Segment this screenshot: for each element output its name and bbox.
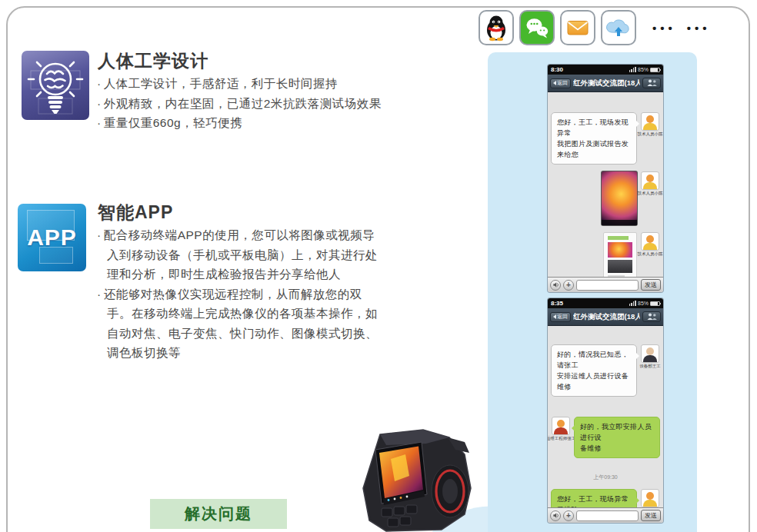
avatar-technician[interactable] (641, 112, 659, 131)
attach-button[interactable]: + (563, 280, 574, 291)
avatar-manager[interactable] (641, 344, 659, 363)
status-time: 8:30 (551, 66, 563, 73)
mail-icon[interactable] (560, 10, 595, 45)
thermal-photo-thumbnail[interactable] (602, 171, 637, 225)
battery-percent: 85% (638, 67, 649, 72)
report-photo-image (608, 260, 632, 273)
message-bubble: 好的，我立即安排人员进行设 备维修 (574, 417, 660, 458)
cloud-upload-icon[interactable] (601, 10, 636, 45)
battery-icon (650, 301, 660, 306)
feature-bullets: 配合移动终端APP的使用，您可以将图像或视频导入到移动设备（手机或平板电脑）上，… (97, 225, 386, 363)
bullet-item: 重量仅重660g，轻巧便携 (97, 113, 382, 133)
group-members-button[interactable] (642, 311, 661, 322)
bullet-item: 外观精致，内在坚固，已通过2米抗跌落测试场效果 (97, 94, 382, 114)
chat-nav-bar: 返回 红外测试交流团(18人) (548, 308, 663, 326)
back-button[interactable]: 返回 (550, 78, 571, 88)
thermal-camera-product-image (332, 428, 475, 532)
chat-title: 红外测试交流团(18人) (573, 78, 640, 88)
test-report-thumbnail[interactable] (603, 232, 637, 277)
sender-name: 技术人员小陈 (637, 131, 662, 136)
time-divider: 上午09:30 (551, 474, 660, 481)
chat-message: 运维工程师张工 好的，我立即安排人员进行设 备维修 (551, 417, 660, 458)
send-button[interactable]: 发送 (641, 510, 661, 521)
envelope-glyph (564, 14, 592, 42)
sender-name: 技术人员小陈 (637, 251, 662, 256)
chat-input-bar: + 发送 (548, 507, 663, 523)
feature-bullets: 人体工学设计，手感舒适，利于长时间握持 外观精致，内在坚固，已通过2米抗跌落测试… (97, 74, 382, 133)
app-icon: APP (18, 204, 86, 271)
wechat-bubbles-glyph (523, 14, 551, 42)
speaker-icon (552, 512, 559, 519)
message-input[interactable] (576, 510, 639, 521)
phone-screenshot-1: 8:30 85% 返回 红外测试交流团(18人) (548, 65, 663, 292)
voice-button[interactable] (550, 280, 561, 291)
signal-icon (629, 301, 636, 306)
chat-input-bar: + 发送 (548, 277, 663, 292)
message-bubble: 您好，王工，现场发现异常 我把图片及测试报告发来给您 (551, 112, 637, 165)
speaker-icon (552, 281, 559, 288)
battery-icon (650, 68, 660, 72)
status-bar: 8:35 85% (548, 298, 663, 308)
avatar-technician[interactable] (641, 232, 659, 251)
wechat-icon[interactable] (519, 10, 555, 45)
wechat-demo-panel: 8:30 85% 返回 红外测试交流团(18人) (488, 52, 697, 532)
chat-messages: 您好，王工，现场发现异常 我把图片及测试报告发来给您 技术人员小陈 技术人员小陈 (548, 92, 663, 277)
status-time: 8:35 (551, 300, 563, 307)
app-icon-label: APP (27, 224, 77, 251)
back-button[interactable]: 返回 (550, 312, 571, 322)
qq-penguin-glyph (482, 14, 510, 42)
bullet-item: 配合移动终端APP的使用，您可以将图像或视频导入到移动设备（手机或平板电脑）上，… (97, 225, 386, 284)
attach-button[interactable]: + (563, 510, 574, 521)
lightbulb-glyph (22, 51, 89, 120)
chat-message: 您好，王工，现场异常已排除 设备运行情况良好 (551, 489, 660, 507)
message-bubble: 好的，情况我已知悉，请张工 安排运维人员进行设备维修 (551, 344, 637, 397)
chat-title: 红外测试交流团(18人) (573, 312, 640, 322)
more-dots-right[interactable]: ••• (687, 22, 711, 35)
sender-name: 设备部王工 (639, 363, 661, 368)
chat-message: 技术人员小陈 (551, 232, 660, 277)
avatar-technician[interactable] (641, 489, 659, 507)
share-bar: ••• ••• (479, 9, 711, 46)
status-bar: 8:30 85% (548, 65, 663, 75)
message-bubble: 您好，王工，现场异常已排除 设备运行情况良好 (551, 489, 637, 507)
chat-message: 技术人员小陈 (551, 171, 660, 225)
sender-name: 技术人员小陈 (637, 190, 662, 195)
battery-percent: 85% (638, 301, 649, 306)
phone-screenshot-2: 8:35 85% 返回 红外测试交流团(18人) (548, 298, 663, 523)
chat-message: 好的，情况我已知悉，请张工 安排运维人员进行设备维修 设备部王工 (551, 344, 660, 397)
people-icon (646, 79, 658, 87)
chat-message: 您好，王工，现场发现异常 我把图片及测试报告发来给您 技术人员小陈 (551, 112, 660, 165)
bullet-item: 人体工学设计，手感舒适，利于长时间握持 (97, 74, 382, 94)
people-icon (646, 313, 658, 321)
chat-nav-bar: 返回 红外测试交流团(18人) (548, 75, 663, 92)
feature-title: 人体工学设计 (98, 49, 208, 73)
avatar-technician[interactable] (641, 171, 659, 190)
chat-messages: 好的，情况我已知悉，请张工 安排运维人员进行设备维修 设备部王工 运维工程师张工… (548, 326, 663, 507)
bullet-item: 还能够对热像仪实现远程控制，从而解放您的双手。在移动终端上完成热像仪的各项基本操… (97, 284, 386, 363)
lightbulb-brain-icon (22, 51, 89, 120)
more-dots-left[interactable]: ••• (652, 22, 676, 35)
feature-title: 智能APP (98, 201, 173, 224)
group-members-button[interactable] (642, 78, 661, 88)
signal-icon (629, 67, 636, 72)
report-thermal-image (608, 242, 632, 258)
brochure-page: ••• ••• (0, 0, 757, 532)
sender-name: 运维工程师张工 (548, 435, 575, 441)
solution-badge: 解决问题 (150, 499, 287, 529)
message-input[interactable] (576, 280, 639, 291)
send-button[interactable]: 发送 (641, 279, 661, 291)
cloud-arrow-glyph (604, 14, 633, 42)
report-title-line (608, 236, 629, 240)
voice-button[interactable] (550, 510, 561, 521)
qq-icon[interactable] (479, 10, 514, 45)
